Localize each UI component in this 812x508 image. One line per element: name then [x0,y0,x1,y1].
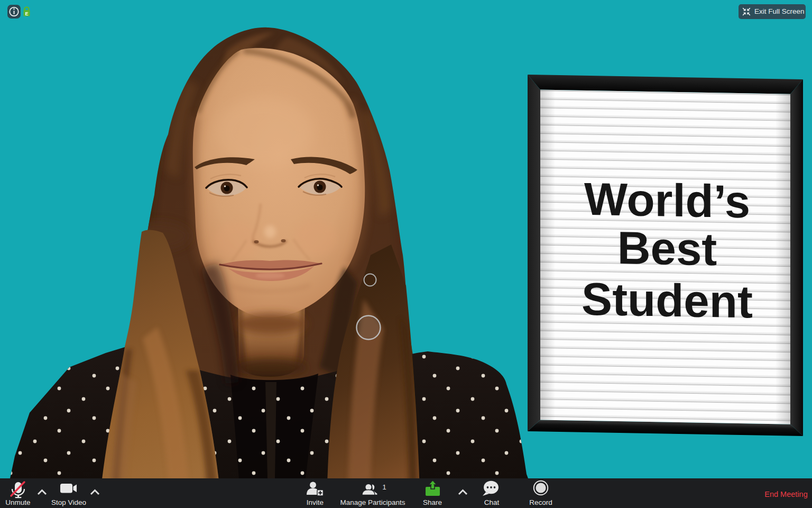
svg-text:Share: Share [423,498,442,506]
svg-text:Manage Participants: Manage Participants [340,498,405,506]
svg-text:1: 1 [382,483,386,491]
svg-text:End Meeting: End Meeting [764,490,807,498]
svg-text:Student: Student [582,273,753,328]
svg-text:Record: Record [529,498,552,506]
svg-text:World’s: World’s [584,173,750,227]
svg-text:Unmute: Unmute [5,498,30,506]
svg-text:E: E [25,11,28,16]
svg-text:Stop Video: Stop Video [51,498,86,506]
svg-text:Chat: Chat [484,498,500,506]
svg-text:Invite: Invite [307,498,324,506]
svg-text:Best: Best [617,222,717,275]
